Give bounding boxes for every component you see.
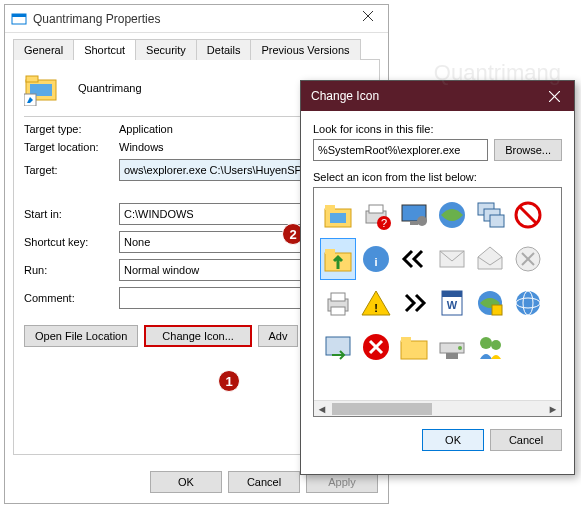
svg-rect-5: [26, 76, 38, 82]
svg-rect-14: [369, 205, 383, 213]
scroll-left-icon[interactable]: ◄: [314, 401, 330, 417]
cancel-button[interactable]: Cancel: [228, 471, 300, 493]
change-icon-button[interactable]: Change Icon...: [144, 325, 252, 347]
window-title: Quantrimang Properties: [33, 12, 348, 26]
no-entry-icon[interactable]: [510, 194, 546, 236]
dialog-ok-button[interactable]: OK: [422, 429, 484, 451]
titlebar: Quantrimang Properties: [5, 5, 388, 33]
svg-rect-11: [325, 205, 335, 210]
svg-rect-1: [12, 14, 26, 17]
svg-rect-42: [492, 305, 502, 315]
svg-rect-54: [446, 353, 458, 359]
info-icon[interactable]: i: [358, 238, 394, 280]
globe-lock-icon[interactable]: [472, 282, 508, 324]
shortcut-folder-icon: [24, 70, 60, 106]
drive-network-icon[interactable]: [434, 326, 470, 368]
svg-text:!: !: [374, 302, 378, 314]
svg-rect-39: [442, 291, 462, 297]
double-chevron-left-icon[interactable]: [396, 238, 432, 280]
window-icon: [11, 11, 27, 27]
svg-rect-50: [401, 341, 427, 359]
dialog-close-button[interactable]: [534, 81, 574, 111]
msn-user-icon[interactable]: [472, 326, 508, 368]
svg-text:W: W: [447, 299, 458, 311]
open-file-location-button[interactable]: Open File Location: [24, 325, 138, 347]
folder-icon[interactable]: [320, 194, 356, 236]
ok-button[interactable]: OK: [150, 471, 222, 493]
close-button[interactable]: [348, 2, 388, 30]
svg-text:i: i: [374, 256, 377, 268]
target-type-label: Target type:: [24, 123, 119, 135]
word-doc-icon[interactable]: W: [434, 282, 470, 324]
svg-point-53: [458, 346, 462, 350]
svg-rect-12: [330, 213, 346, 223]
svg-rect-18: [410, 221, 418, 225]
icon-path-input[interactable]: [313, 139, 488, 161]
svg-rect-27: [325, 249, 335, 254]
folder-up-icon[interactable]: [320, 238, 356, 280]
look-for-label: Look for icons in this file:: [313, 123, 562, 135]
tabs: General Shortcut Security Details Previo…: [5, 33, 388, 60]
tab-previous-versions[interactable]: Previous Versions: [250, 39, 360, 60]
globe-net-icon[interactable]: [510, 282, 546, 324]
badge-1: 1: [218, 370, 240, 392]
mail-icon[interactable]: [434, 238, 470, 280]
advanced-button[interactable]: Adv: [258, 325, 298, 347]
svg-point-55: [480, 337, 492, 349]
svg-point-19: [417, 216, 427, 226]
double-chevron-right-icon[interactable]: [396, 282, 432, 324]
dialog-title: Change Icon: [311, 89, 534, 103]
comment-label: Comment:: [24, 292, 119, 304]
mail-open-icon[interactable]: [472, 238, 508, 280]
printer-icon[interactable]: [320, 282, 356, 324]
run-label: Run:: [24, 264, 119, 276]
shortcut-key-label: Shortcut key:: [24, 236, 119, 248]
warning-icon[interactable]: !: [358, 282, 394, 324]
select-icon-label: Select an icon from the list below:: [313, 171, 562, 183]
dialog-titlebar: Change Icon: [301, 81, 574, 111]
target-location-label: Target location:: [24, 141, 119, 153]
globe-icon[interactable]: [434, 194, 470, 236]
error-red-icon[interactable]: [358, 326, 394, 368]
horizontal-scrollbar[interactable]: ◄ ►: [314, 400, 561, 416]
svg-point-43: [516, 291, 540, 315]
tab-general[interactable]: General: [13, 39, 74, 60]
blank-icon[interactable]: [510, 326, 546, 368]
tab-shortcut[interactable]: Shortcut: [73, 39, 136, 60]
icon-list: ?i!W ◄ ►: [313, 187, 562, 417]
shortcut-name: Quantrimang: [78, 82, 142, 94]
svg-rect-23: [490, 215, 504, 227]
window-arrow-icon[interactable]: [320, 326, 356, 368]
browse-button[interactable]: Browse...: [494, 139, 562, 161]
start-in-label: Start in:: [24, 208, 119, 220]
cascade-windows-icon[interactable]: [472, 194, 508, 236]
svg-rect-35: [331, 293, 345, 301]
change-icon-dialog: Change Icon Look for icons in this file:…: [300, 80, 575, 475]
folder-plain-icon[interactable]: [396, 326, 432, 368]
tab-security[interactable]: Security: [135, 39, 197, 60]
svg-point-56: [491, 340, 501, 350]
cancel-grey-icon[interactable]: [510, 238, 546, 280]
target-label: Target:: [24, 164, 119, 176]
monitor-gear-icon[interactable]: [396, 194, 432, 236]
svg-text:?: ?: [381, 217, 387, 229]
svg-rect-46: [326, 337, 350, 355]
tab-details[interactable]: Details: [196, 39, 252, 60]
scrollbar-thumb[interactable]: [332, 403, 432, 415]
scroll-right-icon[interactable]: ►: [545, 401, 561, 417]
svg-rect-36: [331, 307, 345, 315]
printer-question-icon[interactable]: ?: [358, 194, 394, 236]
svg-rect-51: [401, 337, 411, 342]
dialog-cancel-button[interactable]: Cancel: [490, 429, 562, 451]
